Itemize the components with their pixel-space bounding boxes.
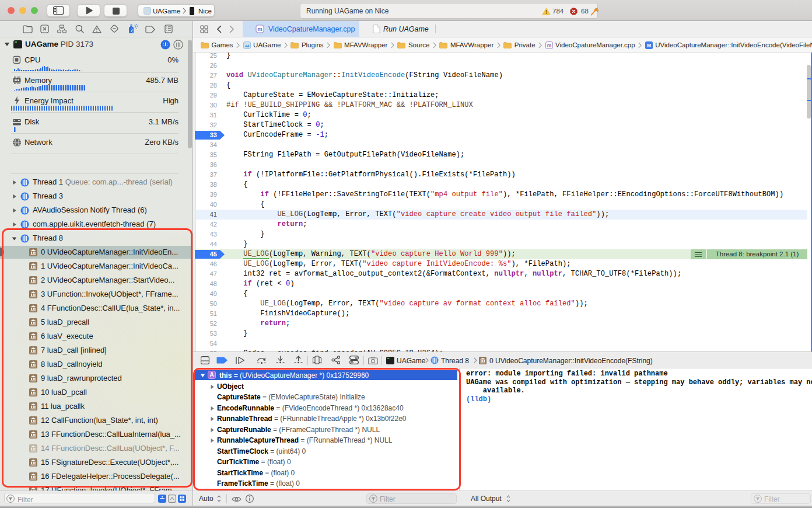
svg-text:M: M [647, 42, 651, 48]
svg-text:m: m [547, 42, 551, 48]
svg-text:m: m [257, 26, 262, 32]
